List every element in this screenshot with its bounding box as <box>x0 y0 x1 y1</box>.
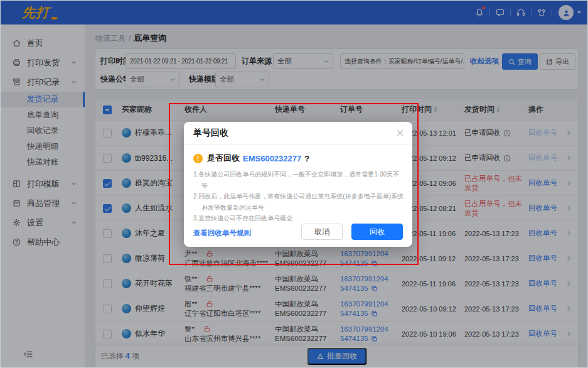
modal-actions: 取消 回收 <box>301 224 403 240</box>
modal-header: 单号回收 <box>184 122 412 145</box>
question-mark: ? <box>304 154 309 163</box>
close-icon[interactable] <box>396 129 404 137</box>
recycle-modal: 单号回收 ! 是否回收 EMS600232277 ? 1.各快递公司回收单号的规… <box>184 122 412 247</box>
recycle-rule-3: 3.直营快递公司不存在回收单号概念 <box>193 213 405 224</box>
modal-question: ! 是否回收 EMS600232277 ? <box>193 153 405 164</box>
cancel-button[interactable]: 取消 <box>301 224 343 240</box>
modal-tracking-number: EMS600232277 <box>243 154 301 163</box>
warning-icon: ! <box>193 154 203 163</box>
confirm-recycle-button[interactable]: 回收 <box>351 224 403 240</box>
modal-title: 单号回收 <box>193 127 228 139</box>
recycle-rule-2: 2.回收后，此运单号作废，将有快递公司通过菜鸟系统(拼多多电子面单)系统补发等数… <box>193 191 405 213</box>
question-prefix: 是否回收 <box>207 153 240 164</box>
recycle-rule-1: 1.各快递公司回收单号的规则不同，一般不会立即增加，通常需要1-30天不等 <box>193 169 405 191</box>
app-window: 先打 <box>0 0 588 368</box>
